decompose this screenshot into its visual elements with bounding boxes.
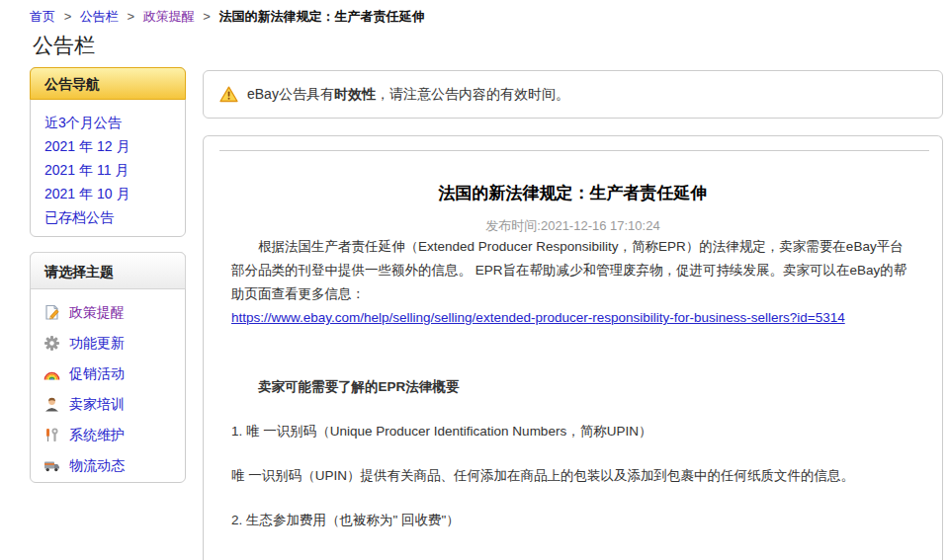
breadcrumb-board-link[interactable]: 公告栏 (80, 9, 119, 24)
topic-link-feature[interactable]: 功能更新 (69, 335, 125, 353)
topic-item-logistics[interactable]: 物流动态 (43, 450, 185, 481)
breadcrumb-home-link[interactable]: 首页 (30, 9, 55, 24)
sidebar-link-recent-3-months[interactable]: 近3个月公告 (44, 111, 171, 134)
topic-item-policy[interactable]: 政策提醒 (43, 297, 185, 328)
topic-link-maintenance[interactable]: 系统维护 (69, 427, 125, 444)
page-title: 公告栏 (33, 32, 95, 59)
announcement-nav-header: 公告导航 (30, 67, 186, 100)
seller-avatar-icon (43, 396, 60, 413)
topic-item-feature[interactable]: 功能更新 (43, 328, 185, 359)
gear-icon (43, 335, 60, 352)
topic-item-promo[interactable]: 促销活动 (43, 359, 185, 389)
topic-item-maintenance[interactable]: 系统维护 (43, 420, 185, 450)
notice-text-suffix: ，请注意公告内容的有效时间。 (376, 86, 569, 104)
topic-items: 政策提醒 功能更新 促 (31, 289, 185, 481)
article-title: 法国的新法律规定：生产者责任延伸 (204, 182, 942, 204)
article-intro-paragraph: 根据法国生产者责任延伸（Extended Producer Responsibi… (231, 235, 914, 306)
policy-doc-pencil-icon (43, 304, 60, 321)
topic-select-header: 请选择主题 (30, 252, 186, 289)
sidebar-link-2021-10[interactable]: 2021 年 10 月 (44, 182, 171, 205)
announcement-nav-box: 公告导航 近3个月公告 2021 年 12 月 2021 年 11 月 2021… (30, 67, 186, 237)
sidebar-link-2021-11[interactable]: 2021 年 11 月 (44, 158, 171, 182)
help-link-line: https://www.ebay.com/help/selling/sellin… (231, 306, 914, 330)
topic-link-promo[interactable]: 促销活动 (69, 365, 125, 383)
notice-text-prefix: eBay公告具有 (247, 86, 334, 104)
breadcrumb: 首页 > 公告栏 > 政策提醒 > 法国的新法律规定：生产者责任延伸 (30, 8, 425, 26)
announcement-content-box: 法国的新法律规定：生产者责任延伸 发布时间:2021-12-16 17:10:2… (203, 135, 943, 560)
rainbow-icon (43, 365, 60, 382)
epr-summary-heading: 卖家可能需要了解的EPR法律概要 (231, 375, 914, 399)
topic-item-training[interactable]: 卖家培训 (43, 389, 185, 420)
epr-help-link[interactable]: https://www.ebay.com/help/selling/sellin… (231, 310, 845, 325)
breadcrumb-current-page: 法国的新法律规定：生产者责任延伸 (219, 9, 425, 24)
breadcrumb-policy-link[interactable]: 政策提醒 (143, 9, 195, 24)
sidebar-link-archived[interactable]: 已存档公告 (44, 205, 171, 229)
epr-item-eco-fee: 2. 生态参加费用（也被称为" 回收费"） (231, 509, 914, 532)
breadcrumb-separator: > (127, 9, 134, 24)
warning-triangle-icon (219, 86, 238, 103)
epr-item-upin-detail: 唯 一识别码（UPIN）提供有关商品、任何添加在商品上的包装以及添加到包裹中的任… (231, 464, 914, 488)
content-divider (219, 150, 929, 151)
tools-icon (43, 427, 60, 443)
topic-link-training[interactable]: 卖家培训 (69, 396, 125, 414)
notice-text-bold: 时效性 (334, 86, 376, 104)
article-body: 根据法国生产者责任延伸（Extended Producer Responsibi… (204, 235, 942, 532)
announcement-nav-links: 近3个月公告 2021 年 12 月 2021 年 11 月 2021 年 10… (31, 99, 185, 229)
sidebar-link-2021-12[interactable]: 2021 年 12 月 (44, 134, 171, 158)
topic-select-box: 请选择主题 政策提醒 功能更新 (30, 252, 186, 483)
topic-link-policy[interactable]: 政策提醒 (69, 304, 125, 322)
publish-time: 发布时间:2021-12-16 17:10:24 (204, 217, 942, 235)
topic-link-logistics[interactable]: 物流动态 (69, 457, 125, 475)
breadcrumb-separator: > (203, 9, 211, 24)
breadcrumb-separator: > (64, 9, 72, 24)
timeliness-notice: eBay公告具有时效性，请注意公告内容的有效时间。 (203, 70, 943, 119)
truck-icon (43, 457, 60, 474)
epr-item-upin: 1. 唯 一识别码（Unique Producer Identification… (231, 420, 914, 443)
